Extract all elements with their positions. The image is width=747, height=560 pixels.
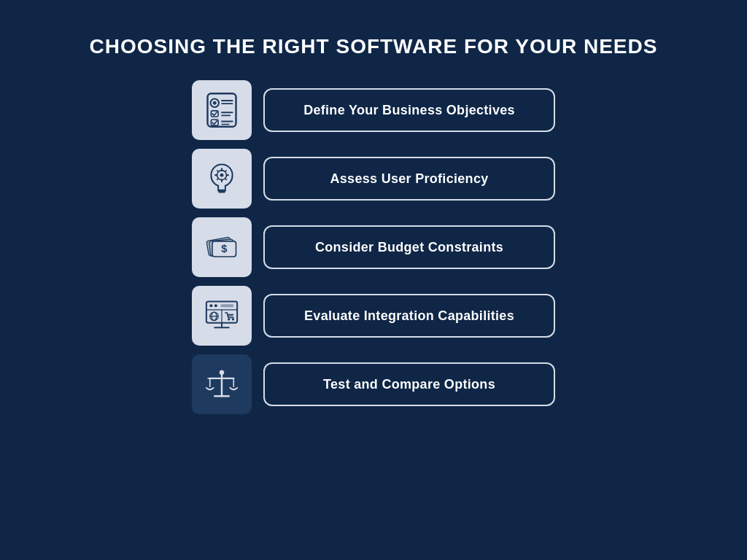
integration-label-box: Evaluate Integration Capabilities: [263, 294, 555, 338]
money-cards-icon: $: [203, 228, 241, 266]
page-title: CHOOSING THE RIGHT SOFTWARE FOR YOUR NEE…: [90, 35, 658, 58]
svg-line-20: [225, 171, 227, 172]
integration-label: Evaluate Integration Capabilities: [304, 308, 514, 324]
scale-icon-box: [192, 354, 252, 414]
test-compare-label: Test and Compare Options: [323, 377, 495, 392]
budget-label: Consider Budget Constraints: [315, 240, 503, 255]
scale-icon: [203, 365, 241, 403]
items-container: Define Your Business Objectives: [0, 80, 747, 414]
svg-rect-11: [218, 190, 225, 193]
svg-line-21: [217, 179, 219, 180]
svg-line-19: [225, 179, 227, 180]
list-item: $ Consider Budget Constraints: [192, 217, 555, 277]
svg-point-35: [232, 318, 234, 320]
budget-label-box: Consider Budget Constraints: [263, 225, 555, 269]
list-item: Evaluate Integration Capabilities: [192, 286, 555, 346]
money-icon-box: $: [192, 217, 252, 277]
checklist-icon-box: [192, 80, 252, 140]
svg-point-38: [209, 304, 212, 307]
svg-rect-40: [220, 304, 233, 307]
svg-text:$: $: [221, 243, 227, 254]
list-item: Test and Compare Options: [192, 354, 555, 414]
monitor-globe-icon: [203, 297, 241, 335]
assess-proficiency-label: Assess User Proficiency: [330, 171, 488, 187]
svg-point-39: [214, 304, 217, 307]
brain-head-icon: [203, 160, 241, 198]
brain-icon-box: [192, 149, 252, 209]
assess-proficiency-label-box: Assess User Proficiency: [263, 157, 555, 201]
svg-line-18: [217, 171, 219, 172]
svg-point-47: [220, 370, 225, 376]
test-compare-label-box: Test and Compare Options: [263, 362, 555, 406]
svg-point-2: [213, 101, 217, 105]
list-item: Define Your Business Objectives: [192, 80, 555, 140]
svg-point-34: [228, 318, 230, 320]
list-item: Assess User Proficiency: [192, 149, 555, 209]
integration-icon-box: [192, 286, 252, 346]
svg-point-13: [220, 174, 224, 177]
define-objectives-label-box: Define Your Business Objectives: [263, 88, 555, 132]
checklist-icon: [203, 91, 241, 129]
define-objectives-label: Define Your Business Objectives: [303, 103, 515, 118]
